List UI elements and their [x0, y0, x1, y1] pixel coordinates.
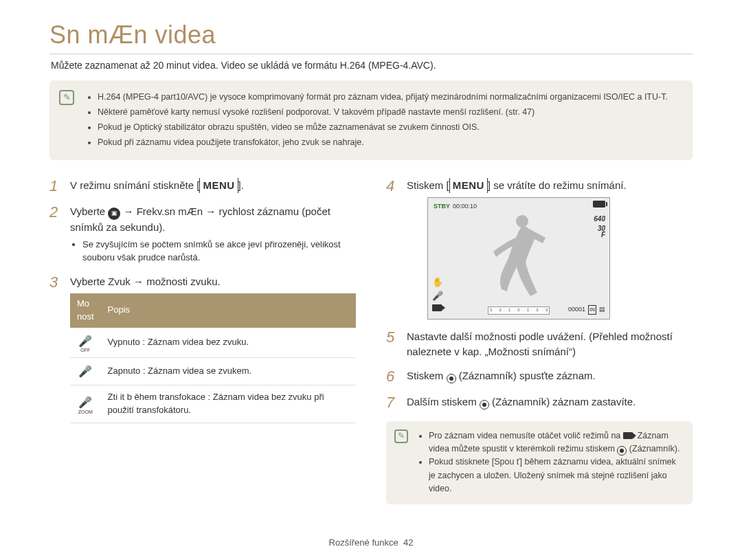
menu-key-label: MENU [449, 178, 488, 193]
step-2-text: Vyberte ▣ → Frekv.sn mÆn → rychlost zázn… [70, 204, 356, 265]
ois-hand-icon: ✋ [432, 278, 443, 289]
table-cell: Zapnuto : Záznam videa se zvukem. [101, 357, 356, 385]
table-header-desc: Popis [101, 293, 356, 328]
info-item: H.264 (MPEG-4 part10/AVC) je vysoce komp… [98, 90, 680, 104]
step-1-text: V režimu snímání stiskněte [MENU]. [70, 178, 244, 194]
info-item: Pokud při záznamu videa použijete transf… [98, 135, 680, 149]
table-row: 🎤OFF Vypnuto : Záznam videa bez zvuku. [70, 328, 356, 358]
step-number: 3 [49, 274, 62, 423]
step-7-text: Dalším stiskem (Záznamník) záznam zastav… [407, 394, 636, 411]
info-icon: ✎ [59, 90, 74, 105]
sub-info-item: Pro záznam videa nemusíte otáčet volič r… [429, 429, 682, 456]
sub-info-item: Pokud stisknete [Spou ť] během záznamu v… [429, 456, 682, 495]
record-button-icon [447, 374, 456, 383]
info-item: Pokud je Optický stabilizátor obrazu spu… [98, 120, 680, 134]
screen-mic-icon: 🎤 [432, 291, 443, 302]
mic-on-icon: 🎤 [78, 366, 92, 377]
step-3-text: Vyberte Zvuk → možnosti zvuku. Mo nost P… [70, 274, 356, 423]
info-callout-sub: ✎ Pro záznam videa nemusíte otáčet volič… [386, 421, 693, 504]
resolution-indicator: 640 [594, 214, 605, 225]
battery-icon [593, 201, 605, 208]
dancer-silhouette-icon [481, 210, 556, 306]
info-item: Některé paměťové karty nemusí vysoké roz… [98, 105, 680, 119]
step-number: 2 [49, 204, 62, 265]
table-cell: Zti it b ěhem transfokace : Záznam videa… [101, 385, 356, 423]
stby-label: STBY00:00:10 [434, 202, 477, 211]
menu-key-label: MENU [199, 178, 238, 193]
step-6-text: Stiskem (Záznamník) spusťte záznam. [407, 368, 596, 385]
video-camera-icon [623, 432, 633, 439]
sound-options-table: Mo nost Popis 🎤OFF Vypnuto : Záznam vide… [70, 293, 356, 423]
video-mode-icon: ▣ [108, 208, 120, 220]
step-number: 5 [386, 329, 398, 359]
mic-off-icon: 🎤OFF [77, 335, 94, 352]
table-row: 🎤 Zapnuto : Záznam videa se zvukem. [70, 357, 356, 385]
table-row: 🎤ZOOM Zti it b ěhem transfokace : Záznam… [70, 385, 356, 423]
info-callout-main: ✎ H.264 (MPEG-4 part10/AVC) je vysoce ko… [49, 80, 693, 160]
step-2-note: Se zvyšujícím se počtem snímků se akce j… [82, 238, 356, 265]
intro-text: Můžete zaznamenat až 20 minut videa. Vid… [51, 60, 693, 71]
record-button-icon [480, 400, 489, 410]
storage-card-icon: ▤ [599, 305, 605, 314]
table-header-option: Mo nost [70, 293, 101, 328]
step-number: 1 [49, 178, 62, 194]
screen-footer-right: 00001 IN ▤ [568, 305, 605, 315]
frame-counter: 00001 [568, 305, 585, 314]
exposure-scale: 3210123 [488, 306, 550, 315]
step-number: 4 [386, 178, 398, 320]
step-number: 7 [386, 394, 398, 411]
fps-indicator: 30F [598, 225, 605, 238]
video-camera-icon [432, 302, 442, 315]
storage-in-icon: IN [588, 305, 596, 315]
step-4-text: Stiskem [MENU] se vrátíte do režimu sním… [407, 178, 627, 320]
table-cell: Vypnuto : Záznam videa bez zvuku. [101, 328, 356, 358]
record-button-icon [617, 446, 627, 456]
step-5-text: Nastavte další možnosti podle uvážení. (… [407, 329, 693, 359]
page-title: Sn mÆn videa [49, 21, 693, 49]
step-number: 6 [386, 368, 398, 385]
title-divider [49, 54, 693, 54]
page-footer: Rozšířené funkce 42 [0, 537, 742, 548]
camera-lcd-preview: STBY00:00:10 640 30F ✋ 🎤 3210123 00001 [427, 197, 610, 320]
info-icon: ✎ [394, 429, 408, 443]
mic-zoom-icon: 🎤ZOOM [77, 396, 94, 413]
